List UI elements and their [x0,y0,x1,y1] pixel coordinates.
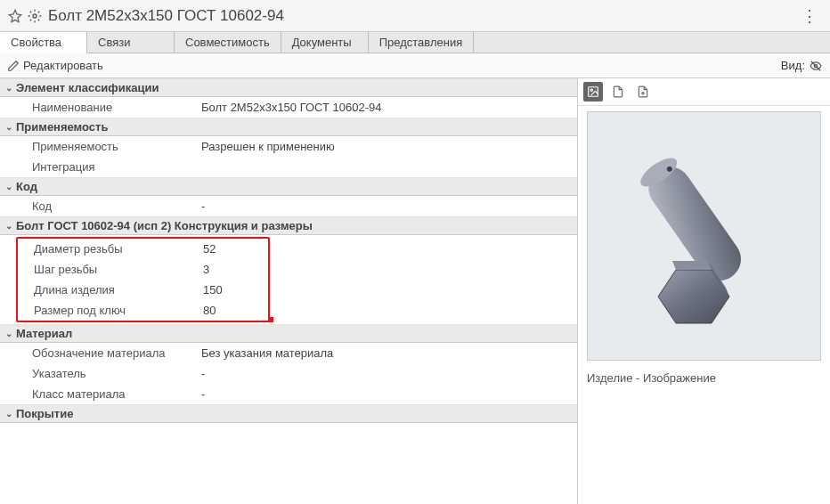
chevron-down-icon: ⌄ [5,409,16,419]
row-code: Код - [0,196,577,216]
material-class-value: - [201,387,577,401]
material-class-label: Класс материала [32,387,201,401]
pitch-value: 3 [203,263,268,276]
thread-dia-value: 52 [203,242,268,256]
applicability-value: Разрешен к применению [201,140,577,153]
material-designation-value: Без указания материала [201,346,577,360]
svg-point-0 [33,14,37,18]
chevron-down-icon: ⌄ [5,122,16,132]
material-indicator-label: Указатель [32,367,201,380]
row-material-class: Класс материала - [0,384,577,404]
length-value: 150 [203,283,268,297]
bolt-rendering-icon [598,129,811,343]
section-coating[interactable]: ⌄ Покрытие [0,404,577,423]
tab-properties[interactable]: Свойства [0,32,87,53]
menu-dots-icon[interactable]: ⋮ [796,6,823,26]
pitch-label: Шаг резьбы [34,263,203,276]
row-length: Длина изделия 150 [18,280,268,300]
row-name: Наименование Болт 2М52х3х150 ГОСТ 10602-… [0,97,577,118]
page-title: Болт 2М52х3х150 ГОСТ 10602-94 [48,7,796,25]
applicability-label: Применяемость [32,140,201,153]
row-pitch: Шаг резьбы 3 [18,259,268,280]
svg-marker-10 [672,261,712,270]
tab-compatibility[interactable]: Совместимость [175,32,281,53]
title-bar: Болт 2М52х3х150 ГОСТ 10602-94 ⋮ [0,0,830,32]
chevron-down-icon: ⌄ [5,329,16,338]
section-dimensions[interactable]: ⌄ Болт ГОСТ 10602-94 (исп 2) Конструкция… [0,216,577,235]
view-toggle-icon[interactable] [809,60,823,72]
section-applicability[interactable]: ⌄ Применяемость [0,118,577,136]
toolbar: Редактировать Вид: [0,53,830,78]
row-material-indicator: Указатель - [0,363,577,384]
svg-point-5 [642,93,644,94]
dimensions-highlight: Диаметр резьбы 52 Шаг резьбы 3 Длина изд… [16,237,270,322]
pencil-icon [7,60,20,72]
tabs: Свойства Связи Совместимость Документы П… [0,32,830,53]
chevron-down-icon: ⌄ [5,182,16,191]
length-label: Длина изделия [34,283,203,297]
chevron-down-icon: ⌄ [5,221,16,231]
gear-icon [27,8,43,24]
edit-button[interactable]: Редактировать [7,59,103,72]
content: ⌄ Элемент классификации Наименование Бол… [0,78,830,504]
properties-panel: ⌄ Элемент классификации Наименование Бол… [0,78,578,504]
name-value: Болт 2М52х3х150 ГОСТ 10602-94 [201,101,577,114]
chevron-down-icon: ⌄ [5,83,16,93]
preview-image [587,111,821,361]
row-material-designation: Обозначение материала Без указания матер… [0,343,577,363]
section-classification[interactable]: ⌄ Элемент классификации [0,78,577,97]
edit-label: Редактировать [23,59,103,72]
section-material[interactable]: ⌄ Материал [0,324,577,343]
tab-relations[interactable]: Связи [87,32,175,53]
favorite-star-icon[interactable] [7,8,23,24]
material-designation-label: Обозначение материала [32,346,201,360]
code-label: Код [32,199,201,213]
preview-caption: Изделие - Изображение [587,371,821,385]
name-label: Наименование [32,101,201,114]
preview-doc-button[interactable] [608,82,628,102]
preview-doc2-button[interactable] [633,82,653,102]
section-code[interactable]: ⌄ Код [0,177,577,196]
svg-point-4 [590,89,592,91]
code-value: - [201,199,577,213]
row-applicability: Применяемость Разрешен к применению [0,136,577,157]
wrench-label: Размер под ключ [34,304,203,317]
preview-panel: Изделие - Изображение [578,78,830,504]
view-label: Вид: [781,59,805,72]
tab-views[interactable]: Представления [369,32,475,53]
material-indicator-value: - [201,367,577,380]
tab-documents[interactable]: Документы [281,32,369,53]
row-wrench: Размер под ключ 80 [18,300,268,321]
thread-dia-label: Диаметр резьбы [34,242,203,256]
preview-toolbar [578,78,830,106]
preview-image-button[interactable] [583,82,603,102]
row-integration: Интеграция [0,157,577,177]
row-thread-dia: Диаметр резьбы 52 [18,239,268,259]
wrench-value: 80 [203,304,268,317]
